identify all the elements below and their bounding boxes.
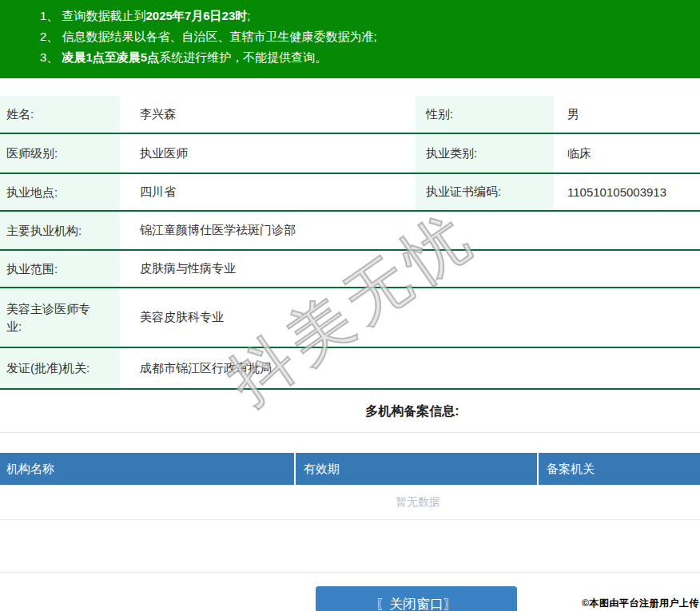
field-label-practice-location: 执业地点: xyxy=(0,174,120,210)
upload-caption: ©本图由平台注册用户上传 xyxy=(582,597,699,610)
field-value-issuing-authority: 成都市锦江区行政审批局 xyxy=(120,361,700,376)
field-label-practice-category: 执业类别: xyxy=(416,134,554,173)
notice-text: 3、 xyxy=(40,50,62,64)
table-row: 医师级别: 执业医师 执业类别: 临床 xyxy=(0,134,700,174)
notice-text: 2、 信息数据结果以各省、自治区、直辖市卫生健康委数据为准; xyxy=(40,30,377,43)
field-value-certificate-number: 110510105003913 xyxy=(554,185,700,199)
field-value-name: 李兴森 xyxy=(120,107,416,122)
notice-text: ; xyxy=(247,9,250,22)
filing-empty-row: 暂无数据 xyxy=(0,485,700,520)
table-row: 主要执业机构: 锦江童颜博仕医学祛斑门诊部 xyxy=(0,212,700,251)
table-row: 执业地点: 四川省 执业证书编码: 110510105003913 xyxy=(0,174,700,212)
field-value-main-institution: 锦江童颜博仕医学祛斑门诊部 xyxy=(120,223,700,238)
notice-line-3: 3、 凌晨1点至凌晨5点系统进行维护，不能提供查询。 xyxy=(40,47,692,68)
filing-col-header-validity: 有效期 xyxy=(294,453,537,485)
field-value-practice-location: 四川省 xyxy=(120,184,416,200)
notice-text: 系统进行维护，不能提供查询。 xyxy=(159,50,327,64)
empty-data-text: 暂无数据 xyxy=(396,495,440,510)
filing-section-title: 多机构备案信息: xyxy=(365,403,459,420)
field-label-name: 姓名: xyxy=(0,96,120,133)
filing-col-header-institution: 机构名称 xyxy=(0,453,294,485)
field-label-cosmetic-specialty: 美容主诊医师专业: xyxy=(0,288,120,347)
notice-text: 1、 查询数据截止到 xyxy=(40,9,146,22)
notice-line-2: 2、 信息数据结果以各省、自治区、直辖市卫生健康委数据为准; xyxy=(40,26,692,47)
table-row: 姓名: 李兴森 性别: 男 xyxy=(0,96,700,134)
filing-table-header: 机构名称 有效期 备案机关 xyxy=(0,453,700,485)
notice-bold-text: 凌晨1点至凌晨5点 xyxy=(62,50,160,64)
field-label-doctor-level: 医师级别: xyxy=(0,134,120,173)
table-row: 美容主诊医师专业: 美容皮肤科专业 xyxy=(0,288,700,348)
field-value-gender: 男 xyxy=(554,107,700,122)
filing-col-header-authority: 备案机关 xyxy=(537,453,700,485)
field-label-certificate-number: 执业证书编码: xyxy=(416,174,554,210)
field-label-issuing-authority: 发证(批准)机关: xyxy=(0,348,120,388)
filing-section: 多机构备案信息: xyxy=(0,390,700,433)
notice-line-1: 1、 查询数据截止到2025年7月6日23时; xyxy=(40,6,692,26)
close-window-button[interactable]: 〖关闭窗口〗 xyxy=(316,586,517,611)
field-value-doctor-level: 执业医师 xyxy=(120,146,416,161)
notice-banner: 1、 查询数据截止到2025年7月6日23时; 2、 信息数据结果以各省、自治区… xyxy=(0,0,700,78)
notice-bold-text: 2025年7月6日23时 xyxy=(146,9,248,22)
field-value-practice-scope: 皮肤病与性病专业 xyxy=(120,261,700,276)
field-value-practice-category: 临床 xyxy=(554,146,700,161)
field-label-main-institution: 主要执业机构: xyxy=(0,212,120,249)
section-divider xyxy=(0,520,700,573)
doctor-info-table: 姓名: 李兴森 性别: 男 医师级别: 执业医师 执业类别: 临床 执业地点: … xyxy=(0,96,700,390)
table-row: 执业范围: 皮肤病与性病专业 xyxy=(0,251,700,288)
field-label-practice-scope: 执业范围: xyxy=(0,251,120,287)
table-row: 发证(批准)机关: 成都市锦江区行政审批局 xyxy=(0,348,700,390)
field-label-gender: 性别: xyxy=(416,96,554,133)
field-value-cosmetic-specialty: 美容皮肤科专业 xyxy=(120,310,700,325)
